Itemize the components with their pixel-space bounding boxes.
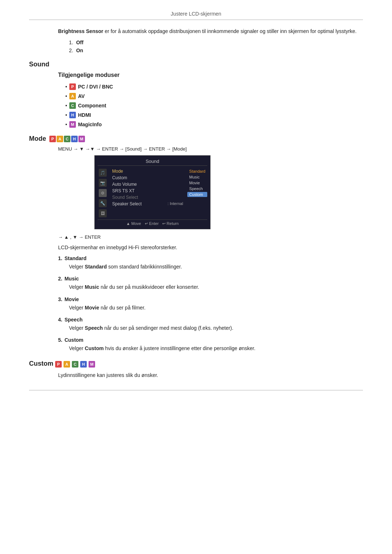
icon-4: 🔧 bbox=[99, 199, 107, 207]
icon-5: 🖼 bbox=[99, 209, 107, 217]
list-item: 2.On bbox=[69, 48, 363, 53]
bottom-move: ▲ Move bbox=[126, 221, 141, 226]
sound-mode-movie: 3.Movie Velger Movie når du ser på filme… bbox=[58, 296, 363, 312]
mode-item-pc: • P PC / DVI / BNC bbox=[65, 83, 363, 90]
screenshot-content: 🎵 📷 ⚙ 🔧 🖼 Mode Custom Auto Volume bbox=[98, 168, 207, 217]
item-title-standard: 1.Standard bbox=[58, 255, 363, 261]
bullet-dot: • bbox=[65, 122, 67, 127]
mode-heading-text: Mode bbox=[29, 135, 46, 143]
custom-badge-a: A bbox=[64, 361, 70, 368]
menu-label-mode: Mode bbox=[112, 169, 123, 174]
item-num: 2. bbox=[69, 48, 73, 53]
mode-label-magicinfo: MagicInfo bbox=[78, 122, 102, 127]
page-container: Justere LCD-skjermen Brightness Sensor e… bbox=[0, 0, 392, 405]
values-column: Standard Music Movie Speech Custom bbox=[187, 168, 207, 217]
mode-section-heading: Mode P A C H M bbox=[29, 135, 363, 143]
top-rule bbox=[29, 20, 363, 20]
item-title-movie: 3.Movie bbox=[58, 296, 363, 302]
item-title-music: 2.Music bbox=[58, 276, 363, 282]
mode-label-hdmi: HDMI bbox=[78, 112, 91, 118]
custom-section-heading: Custom P A C H M bbox=[29, 360, 363, 368]
badge-a: A bbox=[69, 93, 76, 99]
badge-c: C bbox=[69, 102, 76, 109]
menu-row-autovolume: Auto Volume bbox=[111, 181, 184, 188]
nav-instruction: → ▲ , ▼ → ENTER bbox=[58, 234, 363, 240]
menu-path: MENU → ▼ →▼ → ENTER → [Sound] → ENTER → … bbox=[58, 146, 363, 152]
val-standard: Standard bbox=[187, 169, 207, 174]
mode-badges: P A C H M bbox=[49, 136, 85, 142]
menu-row-srs: SRS TS XT bbox=[111, 188, 184, 194]
sound-mode-standard: 1.Standard Velger Standard som standard … bbox=[58, 255, 363, 271]
custom-heading-text: Custom bbox=[29, 360, 53, 368]
intro-text-rest: er for å automatisk oppdage distribusjon… bbox=[105, 28, 356, 34]
icon-3: ⚙ bbox=[99, 189, 107, 197]
mode-item-hdmi: • H HDMI bbox=[65, 112, 363, 118]
item-title-speech: 4.Speech bbox=[58, 317, 363, 323]
val-speech: Speech bbox=[187, 186, 207, 191]
custom-badges: P A C H M bbox=[55, 360, 95, 368]
mode-badge-a: A bbox=[57, 136, 63, 142]
mode-badge-m: M bbox=[78, 136, 85, 142]
mode-badge-p: P bbox=[49, 136, 56, 142]
item-title-custom: 5.Custom bbox=[58, 337, 363, 343]
icons-column: 🎵 📷 ⚙ 🔧 🖼 bbox=[98, 168, 108, 217]
menu-row-mode: Mode bbox=[111, 168, 184, 175]
mode-label-av: AV bbox=[78, 93, 85, 99]
item-desc-custom: Velger Custom hvis du ønsker å justere i… bbox=[69, 344, 363, 352]
sound-mode-music: 2.Music Velger Music når du ser på musik… bbox=[58, 276, 363, 291]
menu-label-soundselect: Sound Select bbox=[112, 195, 138, 200]
menu-label-srs: SRS TS XT bbox=[112, 188, 135, 193]
custom-badge-c: C bbox=[72, 361, 78, 368]
bullet-dot: • bbox=[65, 103, 67, 108]
mode-item-av: • A AV bbox=[65, 93, 363, 99]
item-desc-speech: Velger Speech når du ser på sendinger me… bbox=[69, 324, 363, 332]
menu-row-custom: Custom bbox=[111, 175, 184, 181]
mode-label-pc: PC / DVI / BNC bbox=[78, 84, 113, 90]
screenshot: Sound 🎵 📷 ⚙ 🔧 🖼 Mode Custom bbox=[94, 155, 211, 229]
bullet-dot: • bbox=[65, 84, 67, 90]
sound-mode-custom: 5.Custom Velger Custom hvis du ønsker å … bbox=[58, 337, 363, 352]
item-desc-movie: Velger Movie når du ser på filmer. bbox=[69, 304, 363, 312]
menu-row-soundselect: Sound Select bbox=[111, 194, 184, 201]
bottom-rule bbox=[29, 390, 363, 390]
menu-label-custom: Custom bbox=[112, 175, 127, 180]
badge-p: P bbox=[69, 83, 76, 90]
brightness-list: 1.Off 2.On bbox=[69, 40, 363, 53]
bottom-enter: ↵ Enter bbox=[145, 221, 159, 226]
speaker-value: : Internal bbox=[168, 201, 183, 206]
custom-badge-p: P bbox=[55, 361, 62, 368]
menu-column: Mode Custom Auto Volume SRS TS XT Sound … bbox=[111, 168, 184, 217]
val-movie: Movie bbox=[187, 180, 207, 185]
custom-body-text: Lydinnstillingene kan justeres slik du ø… bbox=[58, 371, 363, 379]
intro-text: Brightness Sensor er for å automatisk op… bbox=[58, 27, 363, 35]
sound-heading: Sound bbox=[29, 61, 363, 68]
mode-label-component: Component bbox=[78, 103, 106, 108]
item-desc-standard: Velger Standard som standard fabrikkinns… bbox=[69, 263, 363, 271]
menu-label-speakerselect: Speaker Select bbox=[112, 201, 142, 206]
bottom-return: ↩ Return bbox=[162, 221, 179, 226]
mode-item-magicinfo: • M MagicInfo bbox=[65, 121, 363, 128]
bullet-dot: • bbox=[65, 93, 67, 99]
badge-h: H bbox=[69, 112, 76, 118]
mode-item-component: • C Component bbox=[65, 102, 363, 109]
modes-list: • P PC / DVI / BNC • A AV • C Component … bbox=[65, 83, 363, 128]
custom-badge-m: M bbox=[89, 361, 95, 368]
item-label-on: On bbox=[76, 48, 83, 53]
bullet-dot: • bbox=[65, 112, 67, 118]
brightness-sensor-label: Brightness Sensor bbox=[58, 28, 103, 34]
available-modes-heading: Tilgjengelige moduser bbox=[58, 72, 363, 78]
sound-mode-speech: 4.Speech Velger Speech når du ser på sen… bbox=[58, 317, 363, 332]
screenshot-title: Sound bbox=[98, 159, 207, 166]
list-item: 1.Off bbox=[69, 40, 363, 45]
screenshot-container: Sound 🎵 📷 ⚙ 🔧 🖼 Mode Custom bbox=[94, 155, 363, 229]
page-title: Justere LCD-skjermen bbox=[29, 11, 363, 17]
item-label-off: Off bbox=[76, 40, 83, 45]
custom-badge-h: H bbox=[80, 361, 87, 368]
mode-badge-c: C bbox=[64, 136, 70, 142]
sound-modes-list: 1.Standard Velger Standard som standard … bbox=[58, 255, 363, 353]
menu-label-autovolume: Auto Volume bbox=[112, 182, 137, 187]
item-desc-music: Velger Music når du ser på musikkvideoer… bbox=[69, 283, 363, 291]
val-music: Music bbox=[187, 175, 207, 180]
screenshot-bottom-bar: ▲ Move ↵ Enter ↩ Return bbox=[98, 219, 207, 226]
val-custom: Custom bbox=[187, 192, 207, 197]
